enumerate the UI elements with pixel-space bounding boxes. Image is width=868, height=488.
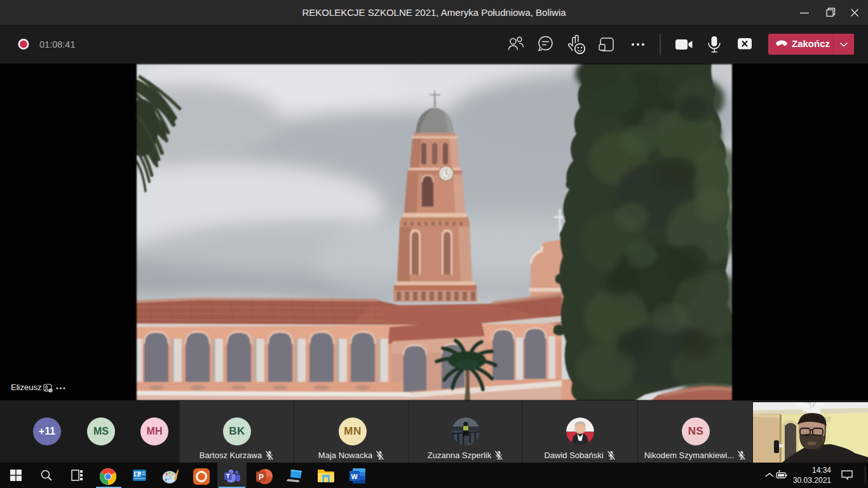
svg-text:P: P [259,473,264,482]
svg-text:W: W [351,473,358,480]
svg-text:01:08:41: 01:08:41 [39,39,75,50]
